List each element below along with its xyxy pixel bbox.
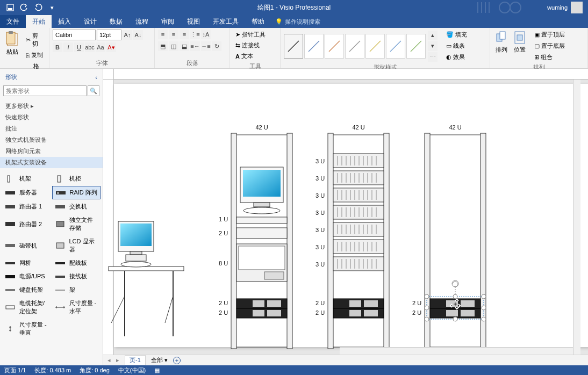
tab-home[interactable]: 开始 xyxy=(26,15,52,28)
text-tool-button[interactable]: A文本 xyxy=(233,51,255,61)
indent-inc-button[interactable]: →≡ xyxy=(201,41,211,51)
tab-process[interactable]: 流程 xyxy=(129,15,155,28)
stencil-路由器 2[interactable]: 路由器 2 xyxy=(2,214,51,234)
svg-line-11 xyxy=(288,41,299,52)
position-button[interactable]: 位置 xyxy=(512,30,528,55)
tab-help[interactable]: 帮助 xyxy=(245,15,271,28)
align-left-button[interactable]: ≡ xyxy=(158,30,168,39)
tell-me[interactable]: 💡操作说明搜索 xyxy=(271,15,320,28)
arrange-button[interactable]: 排列 xyxy=(493,30,510,55)
stencil-磁带机[interactable]: 磁带机 xyxy=(2,235,51,256)
redo-button[interactable] xyxy=(32,2,44,13)
bullets-button[interactable]: ⋮≡ xyxy=(190,30,200,39)
canvas-area[interactable]: 42 U 1 U 2 U 8 U xyxy=(103,69,588,365)
rack-3[interactable]: 42 U 2 U 2 U xyxy=(412,124,486,349)
qat-dropdown[interactable]: ▾ xyxy=(46,2,58,13)
save-button[interactable] xyxy=(4,2,16,13)
monitor-shape[interactable] xyxy=(118,221,154,267)
char-case-button[interactable]: Aa xyxy=(96,42,105,52)
gallery-down-button[interactable]: ▾ xyxy=(428,41,438,51)
page-tab-1[interactable]: 页-1 xyxy=(125,355,146,365)
stencil-尺寸度量 - 水平[interactable]: 尺寸度量 - 水平 xyxy=(52,297,101,318)
indent-dec-button[interactable]: ≡← xyxy=(190,41,200,51)
stencil-机架[interactable]: 机架 xyxy=(2,172,51,185)
font-size-select[interactable] xyxy=(97,30,121,40)
send-back-button[interactable]: ▢置于底层 xyxy=(532,41,567,51)
cat-network[interactable]: 网络房间元素 xyxy=(0,146,103,157)
bold-button[interactable]: B xyxy=(53,42,62,52)
gallery-more-button[interactable]: ⋯ xyxy=(428,52,438,62)
horizontal-scrollbar[interactable] xyxy=(340,347,573,355)
stencil-独立文件存储[interactable]: 独立文件存储 xyxy=(52,214,101,234)
page-nav-next[interactable]: ▸ xyxy=(116,357,119,364)
vertical-scrollbar[interactable] xyxy=(573,80,580,355)
stencil-接线板[interactable]: 接线板 xyxy=(52,270,101,283)
strike-button[interactable]: abc xyxy=(85,42,95,52)
cat-datacenter[interactable]: 独立式机架设备 xyxy=(0,134,103,146)
connector-tool-button[interactable]: ⇆连接线 xyxy=(233,40,262,51)
effects-button[interactable]: ◐效果 xyxy=(444,52,469,62)
status-lang[interactable]: 中文(中国) xyxy=(118,366,146,374)
tab-insert[interactable]: 插入 xyxy=(52,15,77,28)
cat-annot[interactable]: 批注 xyxy=(0,123,103,134)
rotate-text-button[interactable]: ↻ xyxy=(212,41,221,51)
tab-file[interactable]: 文件 xyxy=(0,15,26,28)
gallery-up-button[interactable]: ▴ xyxy=(428,31,438,40)
align-center-button[interactable]: ≡ xyxy=(169,30,178,39)
tab-data[interactable]: 数据 xyxy=(103,15,129,28)
page-nav-prev[interactable]: ◂ xyxy=(107,357,111,364)
bring-front-button[interactable]: ▣置于顶层 xyxy=(532,30,567,40)
grow-font-button[interactable]: A↑ xyxy=(123,30,132,40)
rack-1[interactable]: 42 U 1 U 2 U 8 U xyxy=(219,124,292,349)
align-right-button[interactable]: ≡ xyxy=(180,30,189,39)
stencil-尺寸度量 - 垂直[interactable]: 尺寸度量 - 垂直 xyxy=(2,319,51,339)
all-pages-button[interactable]: 全部 ▾ xyxy=(151,356,168,364)
stencil-RAID 阵列[interactable]: RAID 阵列 xyxy=(52,186,101,199)
tab-review[interactable]: 审阅 xyxy=(155,15,181,28)
group-button[interactable]: ⊞组合 xyxy=(532,52,567,62)
desk-shape[interactable] xyxy=(109,266,184,336)
v-bot-button[interactable]: ⬓ xyxy=(180,41,189,51)
page[interactable]: 42 U 1 U 2 U 8 U xyxy=(114,84,588,347)
text-dir-button[interactable]: ↕A xyxy=(201,30,211,39)
v-top-button[interactable]: ⬒ xyxy=(158,41,168,51)
stencil-键盘托架[interactable]: 键盘托架 xyxy=(2,284,51,296)
undo-button[interactable] xyxy=(18,2,30,13)
cat-rack[interactable]: 机架式安装设备 xyxy=(0,157,103,168)
stencil-架[interactable]: 架 xyxy=(52,284,101,296)
tab-view[interactable]: 视图 xyxy=(181,15,206,28)
stencil-机柜[interactable]: 机柜 xyxy=(52,172,101,185)
pointer-tool-button[interactable]: ➤指针工具 xyxy=(233,30,268,40)
tab-design[interactable]: 设计 xyxy=(77,15,103,28)
record-macro-button[interactable]: ▦ xyxy=(154,367,160,374)
italic-button[interactable]: I xyxy=(63,42,73,52)
stencil-LCD 显示器[interactable]: LCD 显示器 xyxy=(52,235,101,256)
shape-style-gallery[interactable]: ▴▾⋯ xyxy=(284,31,438,61)
stencil-服务器[interactable]: 服务器 xyxy=(2,186,51,199)
cut-button[interactable]: ✂剪切 xyxy=(24,31,46,49)
underline-button[interactable]: U xyxy=(74,42,84,52)
stencil-路由器 1[interactable]: 路由器 1 xyxy=(2,200,51,213)
shrink-font-button[interactable]: A↓ xyxy=(133,30,143,40)
stencil-电源/UPS[interactable]: 电源/UPS xyxy=(2,270,51,283)
copy-button[interactable]: ⎘复制 xyxy=(24,50,46,60)
stencil-交换机[interactable]: 交换机 xyxy=(52,200,101,213)
cat-more[interactable]: 更多形状 ▸ xyxy=(0,100,103,112)
cat-quick[interactable]: 快速形状 xyxy=(0,112,103,123)
pane-collapse-icon[interactable]: ‹ xyxy=(95,74,97,81)
tab-developer[interactable]: 开发工具 xyxy=(206,15,245,28)
add-page-button[interactable]: + xyxy=(173,357,181,364)
font-select[interactable] xyxy=(53,30,96,40)
v-mid-button[interactable]: ◫ xyxy=(169,41,178,51)
lines-button[interactable]: ▭线条 xyxy=(444,41,469,51)
fill-button[interactable]: 🪣填充 xyxy=(444,30,469,40)
stencil-电缆托架/定位架[interactable]: 电缆托架/定位架 xyxy=(2,297,51,318)
stencil-配线板[interactable]: 配线板 xyxy=(52,257,101,269)
paste-button[interactable]: 粘贴 xyxy=(3,30,21,57)
font-color-button[interactable]: A▾ xyxy=(106,42,116,52)
rack-2[interactable]: 42 U 3 U3 U3 U3 U3 U3 U3 U 2 U 2 U xyxy=(315,124,389,349)
stencil-网桥[interactable]: 网桥 xyxy=(2,257,51,269)
shapes-search-input[interactable] xyxy=(3,85,87,96)
user-avatar[interactable] xyxy=(571,2,583,13)
shapes-search-button[interactable]: 🔍 xyxy=(88,85,99,96)
